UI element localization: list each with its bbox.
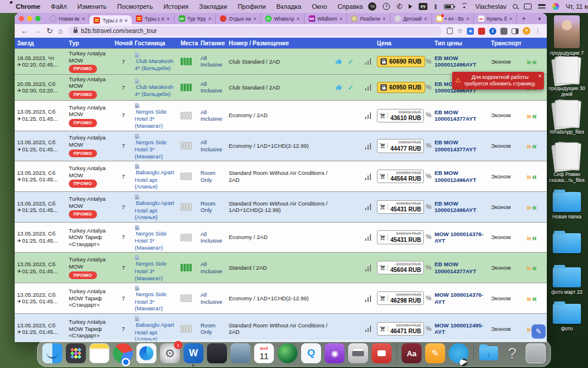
- photo-thumbnail[interactable]: [554, 15, 580, 48]
- table-row[interactable]: 18.05.2023, Чт ✈02:20, 02:45... Turkey A…: [15, 48, 547, 74]
- status-badge-icon[interactable]: 70: [368, 2, 376, 11]
- hotel-link[interactable]: Club Marakesh 4* (Бельдиби): [133, 77, 179, 98]
- arrow-right-icon[interactable]: »: [526, 324, 531, 333]
- hotel-link[interactable]: Babaoglu Apart Hotel apt (Аланья): [133, 193, 179, 221]
- user-name[interactable]: Viacheslav: [475, 3, 506, 10]
- tab-otdyh[interactable]: Отдых на×: [216, 13, 261, 24]
- side-panel-icon[interactable]: [512, 28, 519, 34]
- zoom-window-button[interactable]: [35, 16, 41, 21]
- desktop-item-folder[interactable]: [547, 231, 586, 255]
- display-icon[interactable]: [524, 4, 532, 9]
- tab-close-icon[interactable]: ×: [509, 16, 512, 22]
- share-icon[interactable]: [447, 28, 453, 34]
- folder-icon[interactable]: [553, 267, 581, 287]
- tab-close-icon[interactable]: ×: [383, 16, 386, 22]
- price-chart-icon[interactable]: [360, 295, 376, 302]
- z-extension-icon[interactable]: Z: [489, 28, 496, 35]
- tab-wildberries[interactable]: WBWildberri×: [305, 13, 348, 24]
- siri-icon[interactable]: [552, 3, 559, 10]
- tab-mail[interactable]: • 44 - Вх×: [432, 13, 474, 24]
- minimize-window-button[interactable]: [27, 16, 32, 21]
- tab-close-icon[interactable]: ×: [208, 16, 211, 22]
- arrow-right-icon[interactable]: »: [526, 294, 531, 303]
- table-row[interactable]: 13.05.2023, Сб ✈01:25, 01:45... Turkey A…: [15, 100, 547, 131]
- arrow-right-icon[interactable]: »: [526, 233, 531, 242]
- menu-item-file[interactable]: Файл: [46, 3, 72, 10]
- arrow-left-icon[interactable]: «: [532, 233, 537, 242]
- quicktime-dock-icon[interactable]: Q: [301, 343, 321, 363]
- tab-close-icon[interactable]: ×: [296, 16, 299, 22]
- pencil-app-dock-icon[interactable]: ✎: [425, 343, 445, 363]
- tab-close-icon[interactable]: ×: [339, 16, 342, 22]
- forward-button[interactable]: →: [34, 27, 41, 35]
- hotel-link[interactable]: Nergos Side Hotel 3* (Манавгат): [133, 254, 179, 281]
- tab-new[interactable]: Новая вк×: [46, 13, 89, 24]
- tab-close-icon[interactable]: ×: [466, 16, 469, 22]
- arrow-left-icon[interactable]: «: [532, 203, 537, 211]
- launchpad-dock-icon[interactable]: [66, 343, 86, 363]
- folder-icon[interactable]: [553, 304, 581, 324]
- keyboard-layout-icon[interactable]: РУ: [419, 3, 427, 10]
- arrow-left-icon[interactable]: «: [532, 263, 537, 272]
- spotlight-search-icon[interactable]: [513, 4, 517, 9]
- tab-tours-2[interactable]: Туры с п×: [132, 13, 175, 24]
- flight-arrows[interactable]: » «: [520, 111, 538, 120]
- arrow-right-icon[interactable]: »: [526, 263, 531, 272]
- settings-dock-icon[interactable]: ⚙1: [160, 343, 180, 363]
- arrow-left-icon[interactable]: «: [532, 294, 537, 303]
- address-bar[interactable]: b2b.fstravel.com/search_tour: [68, 26, 442, 36]
- hotel-link[interactable]: Nergos Side Hotel 3* (Манавгат): [133, 102, 179, 130]
- flight-arrows[interactable]: » «: [520, 141, 538, 150]
- notes-dock-icon[interactable]: [89, 343, 109, 363]
- desktop-item-new-folder[interactable]: Новая папка: [547, 190, 586, 220]
- flight-arrows[interactable]: » «: [520, 57, 538, 66]
- price-cart-button[interactable]: 101959 RUB 46471 RUB: [377, 322, 424, 336]
- hotel-link[interactable]: Nergos Side Hotel 3* (Манавгат): [133, 284, 179, 312]
- bookmark-star-icon[interactable]: ☆: [457, 27, 463, 35]
- back-button[interactable]: ←: [21, 27, 28, 35]
- price-cart-button[interactable]: 99098 RUB 43610 RUB: [377, 109, 424, 122]
- header-nights[interactable]: Ночей: [113, 40, 133, 47]
- header-meal[interactable]: Питание: [199, 40, 228, 47]
- hotel-link[interactable]: Club Marakesh 4* (Бельдиби): [133, 51, 179, 72]
- tab-search-chevron-icon[interactable]: ▾: [532, 13, 547, 24]
- podcasts-dock-icon[interactable]: ◉: [325, 343, 345, 363]
- desktop-item-photo-march[interactable]: фото март 22: [547, 265, 586, 295]
- safari-dock-icon[interactable]: [136, 343, 156, 363]
- tab-reabili[interactable]: Реабили×: [347, 13, 390, 24]
- downloads-dock-icon[interactable]: ↓: [479, 343, 499, 363]
- tab-whatsapp[interactable]: WhatsAp×: [261, 13, 305, 24]
- arrow-right-icon[interactable]: »: [526, 111, 531, 120]
- price-cart-button[interactable]: 101092 RUB 45604 RUB: [377, 261, 424, 274]
- menu-item-edit[interactable]: Изменить: [72, 3, 112, 10]
- folder-icon[interactable]: [553, 233, 581, 253]
- tab-kupit[interactable]: мчКупить б×: [474, 13, 517, 24]
- price-lock-button[interactable]: 60950 RUB: [377, 82, 425, 93]
- chrome-dock-icon[interactable]: [113, 343, 133, 363]
- arrow-left-icon[interactable]: «: [532, 57, 537, 66]
- reload-button[interactable]: ↻: [46, 27, 53, 35]
- close-window-button[interactable]: [19, 16, 24, 21]
- profile-avatar[interactable]: [523, 27, 530, 35]
- battery-icon[interactable]: [444, 4, 454, 9]
- control-center-icon[interactable]: [538, 4, 546, 9]
- tab-close-icon[interactable]: ×: [253, 16, 256, 22]
- arrow-right-icon[interactable]: »: [526, 57, 531, 66]
- screen-time-icon[interactable]: [383, 3, 390, 10]
- price-chart-icon[interactable]: [360, 58, 376, 65]
- ssl-lock-icon[interactable]: [74, 29, 78, 33]
- menu-item-window[interactable]: Окно: [306, 3, 332, 10]
- table-row[interactable]: 13.05.2023, Сб ✈01:25, 01:45... Turkey A…: [15, 131, 547, 161]
- finder-dock-icon[interactable]: [42, 343, 62, 363]
- missing-app-dock-icon[interactable]: ?: [502, 343, 522, 363]
- desktop-item-photo[interactable]: предыдущие 7 дней: [547, 15, 586, 62]
- browser-menu-icon[interactable]: ⋮: [534, 27, 541, 35]
- price-chart-icon[interactable]: [360, 84, 376, 91]
- tab-close-icon[interactable]: ×: [424, 16, 427, 22]
- menu-item-view[interactable]: Посмотреть: [112, 3, 158, 10]
- table-row[interactable]: 13.05.2023, Сб ✈01:25, 01:45... Turkey A…: [15, 283, 547, 313]
- hotel-link[interactable]: Nergos Side Hotel 3* (Манавгат): [133, 132, 179, 160]
- price-chart-icon[interactable]: [360, 112, 376, 119]
- telegram-dock-icon[interactable]: [449, 343, 469, 363]
- new-tab-button[interactable]: +: [517, 13, 530, 24]
